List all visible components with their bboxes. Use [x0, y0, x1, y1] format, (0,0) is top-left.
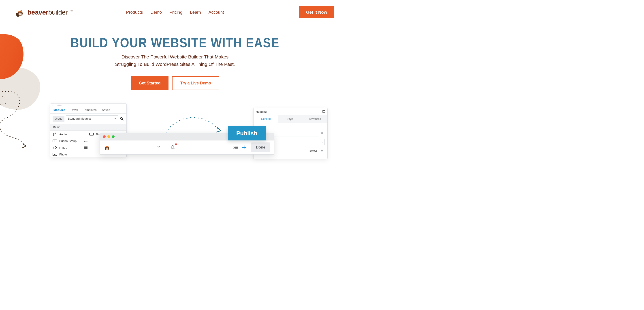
svg-rect-13: [90, 133, 94, 135]
site-header: beaverbuilder ™ Products Demo Pricing Le…: [0, 0, 350, 25]
get-it-now-button[interactable]: Get It Now: [299, 6, 334, 18]
tab-templates[interactable]: Templates: [83, 108, 96, 112]
chevron-down-icon[interactable]: [157, 145, 161, 150]
tab-style[interactable]: Style: [278, 115, 303, 123]
svg-rect-8: [21, 10, 22, 11]
svg-point-21: [106, 148, 106, 148]
gear-icon[interactable]: ✱: [321, 131, 325, 135]
module-html[interactable]: HTML: [52, 146, 88, 149]
svg-point-23: [108, 148, 108, 148]
modules-filter-row: Group Standard Modules: [50, 114, 126, 124]
try-live-demo-button[interactable]: Try a Live Demo: [172, 76, 219, 90]
settings-title: Heading: [256, 110, 266, 113]
svg-point-28: [234, 147, 235, 148]
outline-panel-icon[interactable]: [232, 144, 240, 151]
traffic-light-close-icon[interactable]: [103, 135, 106, 138]
traffic-light-zoom-icon[interactable]: [112, 135, 114, 138]
publish-button[interactable]: Publish: [228, 126, 266, 140]
nav-demo[interactable]: Demo: [150, 10, 162, 15]
module-audio[interactable]: Audio: [52, 132, 88, 136]
svg-point-26: [234, 146, 234, 146]
hero-actions: Get Started Try a Live Demo: [0, 76, 350, 90]
product-mockup-composite: Modules Rows Templates Saved Group Stand…: [0, 104, 350, 168]
gear-icon[interactable]: ✱: [321, 149, 325, 153]
add-content-icon[interactable]: [240, 144, 248, 151]
hero-title: BUILD YOUR WEBSITE WITH EASE: [0, 35, 350, 50]
expand-icon[interactable]: [322, 110, 325, 113]
tab-rows[interactable]: Rows: [71, 108, 78, 112]
toolbar-separator: [165, 143, 165, 152]
trademark-symbol: ™: [70, 10, 73, 13]
audio-icon: [52, 132, 57, 136]
select-button[interactable]: Select: [307, 148, 319, 154]
nav-pricing[interactable]: Pricing: [170, 10, 182, 15]
photo-icon: [52, 153, 57, 156]
hero-section: BUILD YOUR WEBSITE WITH EASE Discover Th…: [0, 36, 350, 90]
nav-products[interactable]: Products: [126, 10, 143, 15]
group-label: Group: [52, 116, 64, 122]
svg-point-24: [106, 148, 107, 149]
svg-rect-7: [20, 14, 20, 15]
svg-point-10: [0, 97, 6, 105]
group-select[interactable]: Standard Modules: [66, 115, 118, 122]
brand-wordmark: beaverbuilder: [27, 9, 68, 16]
svg-point-5: [21, 13, 21, 13]
nav-learn[interactable]: Learn: [190, 10, 201, 15]
tab-advanced[interactable]: Advanced: [303, 115, 327, 123]
module-button-group[interactable]: Button Group: [52, 139, 88, 143]
brand-logo[interactable]: beaverbuilder ™: [16, 8, 73, 17]
nav-account[interactable]: Account: [208, 10, 224, 15]
settings-title-bar: Heading: [254, 108, 327, 115]
notification-dot-icon: [175, 143, 177, 145]
notifications-icon[interactable]: [169, 144, 176, 151]
settings-tabs: General Style Advanced: [254, 115, 327, 123]
tab-saved[interactable]: Saved: [102, 108, 110, 112]
module-photo[interactable]: Photo: [52, 153, 88, 156]
button-group-icon: [52, 139, 57, 143]
search-icon[interactable]: [119, 116, 124, 121]
code-icon: [52, 146, 57, 149]
drag-lines-icon: [84, 140, 88, 142]
field-label-heading: Heading: [256, 126, 325, 128]
svg-line-12: [122, 119, 123, 120]
beaver-mascot-icon: [16, 8, 25, 17]
svg-rect-35: [323, 110, 325, 111]
builder-logo-icon[interactable]: [104, 144, 111, 151]
drag-lines-icon: [84, 146, 88, 149]
svg-point-3: [19, 13, 20, 13]
modules-panel-tabs: Modules Rows Templates Saved: [50, 107, 126, 114]
get-started-button[interactable]: Get Started: [131, 76, 168, 90]
primary-nav: Products Demo Pricing Learn Account: [126, 10, 224, 15]
button-icon: [89, 132, 94, 136]
decorative-dotted-path: [0, 87, 42, 155]
tab-general[interactable]: General: [254, 115, 278, 123]
traffic-light-minimize-icon[interactable]: [108, 135, 110, 138]
builder-toolbar: Done: [100, 140, 274, 154]
svg-rect-25: [106, 149, 107, 149]
svg-point-6: [20, 14, 20, 14]
svg-point-17: [54, 154, 54, 154]
panel-drag-handle[interactable]: [50, 104, 126, 107]
svg-point-30: [234, 148, 234, 149]
tab-modules[interactable]: Modules: [54, 108, 65, 112]
done-button[interactable]: Done: [251, 142, 270, 152]
section-basic: Basic: [50, 124, 126, 131]
hero-subtitle: Discover The Powerful Website Builder Th…: [0, 53, 350, 68]
